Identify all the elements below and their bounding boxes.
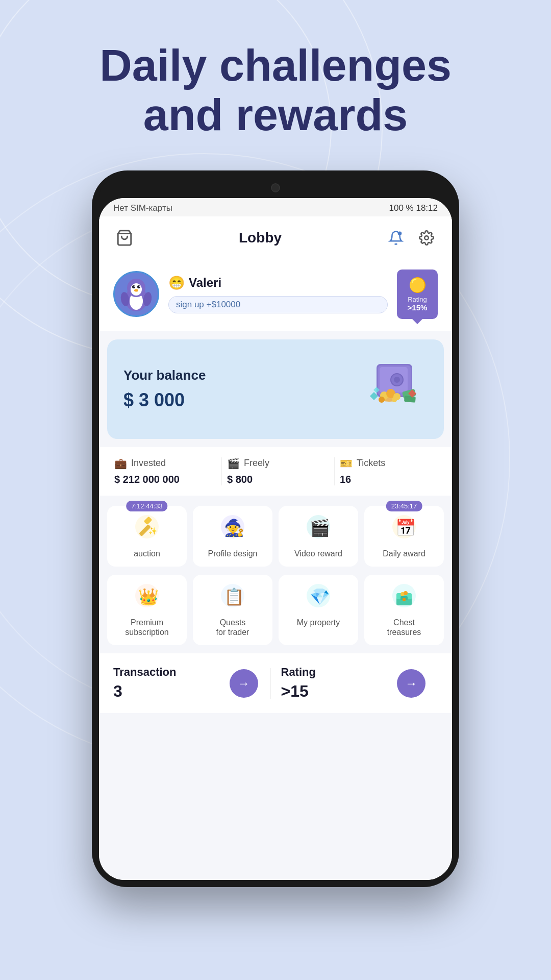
svg-text:🎬: 🎬	[310, 518, 330, 537]
stats-row: 💼 Invested $ 212 000 000 🎬 Freely $ 800	[99, 447, 452, 496]
balance-card: Your balance $ 3 000	[107, 339, 444, 439]
balance-label: Your balance	[123, 368, 206, 383]
tickets-icon: 🎫	[340, 457, 353, 470]
invested-value: $ 212 000 000	[114, 474, 211, 485]
chest-treasures-icon	[369, 583, 439, 614]
phone-camera	[271, 183, 280, 192]
invested-label: Invested	[131, 458, 166, 469]
activity-video-reward[interactable]: 🎬 Video reward	[279, 506, 358, 567]
transaction-label: Transaction	[113, 666, 217, 679]
rating-label: Rating	[406, 296, 429, 303]
svg-point-24	[392, 397, 397, 402]
freely-icon: 🎬	[227, 457, 240, 470]
my-property-label: My property	[284, 618, 353, 627]
freely-label: Freely	[244, 458, 269, 469]
profile-name: Valeri	[189, 276, 221, 290]
svg-point-18	[394, 377, 400, 383]
auction-label: auction	[112, 549, 182, 558]
daily-award-label: Daily award	[369, 549, 439, 558]
quests-label: Quests for trader	[198, 618, 267, 637]
profile-design-label: Profile design	[198, 549, 267, 558]
hero-title: Daily challengesand rewards	[69, 0, 482, 170]
profile-info: 😁 Valeri sign up +$10000	[168, 275, 388, 313]
svg-rect-26	[404, 396, 416, 403]
svg-point-1	[398, 231, 402, 235]
settings-button[interactable]	[415, 227, 438, 249]
video-reward-icon: 🎬	[284, 514, 353, 545]
rating-coin-icon: 🟡	[406, 277, 429, 293]
daily-award-timer: 23:45:17	[386, 501, 422, 511]
auction-timer: 7:12:44:33	[126, 501, 167, 511]
activity-profile-design[interactable]: 🧙 Profile design	[193, 506, 272, 567]
rating-arrow-button[interactable]: →	[397, 669, 425, 698]
quests-icon: 📋	[198, 583, 267, 614]
page-title: Lobby	[239, 230, 282, 246]
svg-text:📅: 📅	[395, 518, 416, 537]
my-property-icon: 💎	[284, 583, 353, 614]
freely-value: $ 800	[227, 474, 324, 485]
status-carrier: Нет SIM-карты	[113, 203, 172, 213]
activity-my-property[interactable]: 💎 My property	[279, 575, 358, 645]
profile-design-icon: 🧙	[198, 514, 267, 545]
app-header: Lobby	[99, 216, 452, 259]
transaction-value: 3	[113, 682, 217, 701]
status-bar: Нет SIM-карты 100 % 18:12	[99, 198, 452, 216]
auction-icon: ✨	[112, 514, 182, 545]
rating-value: >15%	[406, 303, 429, 312]
video-reward-label: Video reward	[284, 549, 353, 558]
avatar[interactable]	[113, 271, 159, 317]
signup-badge[interactable]: sign up +$10000	[168, 296, 388, 313]
tickets-label: Tickets	[357, 458, 385, 469]
tickets-value: 16	[340, 474, 437, 485]
stat-freely: 🎬 Freely $ 800	[221, 457, 329, 485]
activity-grid-1: 7:12:44:33 ✨	[99, 496, 452, 646]
svg-point-7	[132, 285, 135, 288]
daily-award-icon: 📅	[369, 514, 439, 545]
invested-icon: 💼	[114, 457, 127, 470]
transaction-stat: Transaction 3	[113, 666, 217, 701]
balance-visual-icon	[346, 354, 428, 425]
svg-point-51	[404, 591, 408, 595]
premium-icon: 👑	[112, 583, 182, 614]
svg-text:💎: 💎	[310, 587, 330, 606]
profile-section: 😁 Valeri sign up +$10000 🟡 Rating >15%	[99, 259, 452, 331]
rating-stat: Rating >15	[271, 666, 385, 701]
svg-point-9	[134, 286, 135, 287]
notification-button[interactable]	[385, 227, 407, 249]
balance-amount: $ 3 000	[123, 389, 206, 411]
stat-invested: 💼 Invested $ 212 000 000	[109, 457, 216, 485]
rating-badge: 🟡 Rating >15%	[397, 270, 438, 319]
activity-daily-award[interactable]: 23:45:17 📅 Daily award	[364, 506, 444, 567]
svg-point-23	[379, 397, 385, 403]
bottom-section: Transaction 3 → Rating >15 →	[99, 653, 452, 713]
chest-treasures-label: Chest treasures	[369, 618, 439, 637]
svg-text:✨: ✨	[148, 527, 158, 535]
svg-rect-52	[403, 598, 406, 601]
activity-premium[interactable]: 👑 Premium subscription	[107, 575, 187, 645]
svg-point-10	[139, 286, 140, 287]
rating-stat-label: Rating	[281, 666, 385, 679]
activity-chest-treasures[interactable]: Chest treasures	[364, 575, 444, 645]
stat-tickets: 🎫 Tickets 16	[334, 457, 442, 485]
premium-label: Premium subscription	[112, 618, 182, 637]
svg-text:📋: 📋	[224, 587, 244, 606]
transaction-arrow-button[interactable]: →	[230, 669, 258, 698]
svg-text:🧙: 🧙	[224, 518, 244, 537]
svg-text:👑: 👑	[138, 587, 159, 606]
svg-point-11	[134, 289, 138, 292]
shop-button[interactable]	[113, 227, 136, 249]
activity-auction[interactable]: 7:12:44:33 ✨	[107, 506, 187, 567]
phone-mockup: Нет SIM-карты 100 % 18:12 Lobb	[92, 170, 459, 887]
rating-stat-value: >15	[281, 682, 385, 701]
svg-point-8	[137, 285, 140, 288]
status-time: 100 % 18:12	[389, 203, 438, 213]
activity-quests[interactable]: 📋 Quests for trader	[193, 575, 272, 645]
svg-point-2	[424, 236, 429, 240]
